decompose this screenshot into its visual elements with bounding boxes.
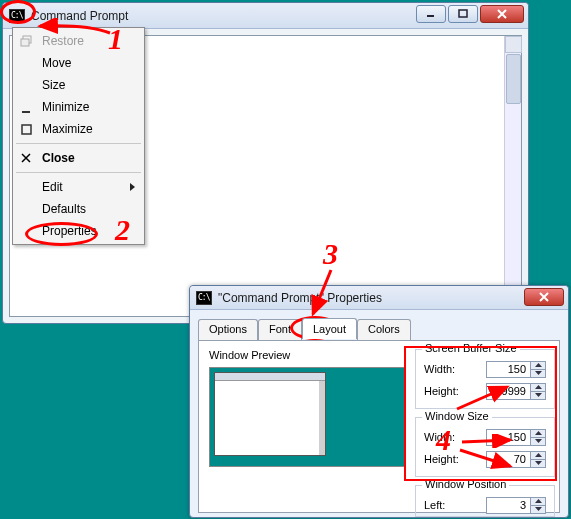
menu-size[interactable]: Size bbox=[14, 74, 143, 96]
system-icon[interactable] bbox=[9, 9, 25, 23]
menu-separator bbox=[16, 172, 141, 173]
menu-properties[interactable]: Properties bbox=[14, 220, 143, 242]
maximize-icon bbox=[20, 122, 34, 136]
tab-options[interactable]: Options bbox=[198, 319, 258, 340]
properties-dialog: "Command Prompt" Properties Options Font… bbox=[189, 285, 569, 518]
menu-edit[interactable]: Edit bbox=[14, 176, 143, 198]
menu-label: Close bbox=[42, 151, 75, 165]
menu-separator bbox=[16, 143, 141, 144]
buffer-height-input[interactable] bbox=[486, 383, 530, 400]
spin-down-icon[interactable] bbox=[531, 506, 545, 513]
svg-rect-5 bbox=[22, 125, 31, 134]
screen-buffer-size-group: Screen Buffer Size Width: Height: bbox=[415, 349, 555, 409]
close-button[interactable] bbox=[480, 5, 524, 23]
group-legend: Window Size bbox=[422, 410, 492, 422]
minimize-button[interactable] bbox=[416, 5, 446, 23]
window-title: "Command Prompt" Properties bbox=[218, 291, 382, 305]
titlebar[interactable]: Command Prompt bbox=[3, 3, 528, 29]
winsize-width-label: Width: bbox=[424, 431, 455, 443]
svg-rect-1 bbox=[459, 10, 467, 17]
tab-label: Colors bbox=[368, 323, 400, 335]
layout-tab-panel: Window Preview Screen Buffer Size Width:… bbox=[198, 340, 560, 513]
window-position-group: Window Position Left: bbox=[415, 485, 555, 517]
menu-maximize[interactable]: Maximize bbox=[14, 118, 143, 140]
spin-down-icon[interactable] bbox=[531, 392, 545, 399]
buffer-width-input[interactable] bbox=[486, 361, 530, 378]
buffer-width-label: Width: bbox=[424, 363, 455, 375]
menu-move[interactable]: Move bbox=[14, 52, 143, 74]
tab-font[interactable]: Font bbox=[258, 319, 302, 340]
winsize-height-stepper[interactable] bbox=[486, 451, 546, 468]
close-icon bbox=[20, 151, 34, 165]
submenu-arrow-icon bbox=[130, 183, 135, 191]
menu-restore[interactable]: Restore bbox=[14, 30, 143, 52]
maximize-button[interactable] bbox=[448, 5, 478, 23]
spin-up-icon[interactable] bbox=[531, 384, 545, 392]
menu-close[interactable]: Close bbox=[14, 147, 143, 169]
preview-window-icon bbox=[214, 372, 326, 456]
svg-rect-3 bbox=[21, 39, 29, 46]
buffer-height-label: Height: bbox=[424, 385, 459, 397]
tab-colors[interactable]: Colors bbox=[357, 319, 411, 340]
spin-down-icon[interactable] bbox=[531, 438, 545, 445]
menu-label: Size bbox=[42, 78, 65, 92]
winsize-height-label: Height: bbox=[424, 453, 459, 465]
menu-label: Restore bbox=[42, 34, 84, 48]
menu-defaults[interactable]: Defaults bbox=[14, 198, 143, 220]
buffer-height-stepper[interactable] bbox=[486, 383, 546, 400]
winsize-width-stepper[interactable] bbox=[486, 429, 546, 446]
window-preview bbox=[209, 367, 405, 467]
position-left-stepper[interactable] bbox=[486, 497, 546, 514]
spin-down-icon[interactable] bbox=[531, 460, 545, 467]
spin-up-icon[interactable] bbox=[531, 498, 545, 506]
group-legend: Window Position bbox=[422, 478, 509, 490]
restore-icon bbox=[20, 34, 34, 48]
minimize-icon bbox=[20, 100, 34, 114]
menu-label: Maximize bbox=[42, 122, 93, 136]
spin-down-icon[interactable] bbox=[531, 370, 545, 377]
winsize-height-input[interactable] bbox=[486, 451, 530, 468]
system-menu: Restore Move Size Minimize Maximize Clos… bbox=[12, 27, 145, 245]
titlebar[interactable]: "Command Prompt" Properties bbox=[190, 286, 568, 310]
tab-label: Layout bbox=[313, 323, 346, 335]
system-icon[interactable] bbox=[196, 291, 212, 305]
menu-label: Defaults bbox=[42, 202, 86, 216]
menu-label: Move bbox=[42, 56, 71, 70]
scroll-thumb[interactable] bbox=[506, 54, 521, 104]
spin-up-icon[interactable] bbox=[531, 362, 545, 370]
menu-minimize[interactable]: Minimize bbox=[14, 96, 143, 118]
group-legend: Screen Buffer Size bbox=[422, 342, 520, 354]
window-title: Command Prompt bbox=[31, 9, 128, 23]
tabstrip: Options Font Layout Colors bbox=[198, 318, 411, 339]
menu-label: Properties bbox=[42, 224, 97, 238]
scroll-up-button[interactable] bbox=[505, 36, 522, 53]
position-left-input[interactable] bbox=[486, 497, 530, 514]
tab-layout[interactable]: Layout bbox=[302, 318, 357, 339]
close-button[interactable] bbox=[524, 288, 564, 306]
window-size-group: Window Size Width: Height: bbox=[415, 417, 555, 477]
winsize-width-input[interactable] bbox=[486, 429, 530, 446]
buffer-width-stepper[interactable] bbox=[486, 361, 546, 378]
spin-up-icon[interactable] bbox=[531, 452, 545, 460]
spin-up-icon[interactable] bbox=[531, 430, 545, 438]
vertical-scrollbar[interactable] bbox=[504, 36, 521, 316]
menu-label: Minimize bbox=[42, 100, 89, 114]
window-preview-label: Window Preview bbox=[209, 349, 290, 361]
tab-label: Font bbox=[269, 323, 291, 335]
position-left-label: Left: bbox=[424, 499, 445, 511]
tab-label: Options bbox=[209, 323, 247, 335]
menu-label: Edit bbox=[42, 180, 63, 194]
